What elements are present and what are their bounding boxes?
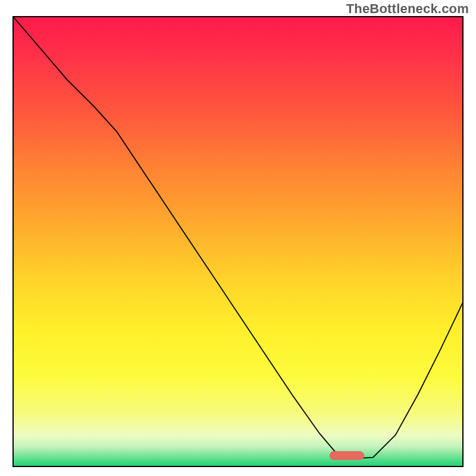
plot-background: [13, 17, 463, 466]
bottleneck-chart: [0, 0, 476, 476]
optimum-marker: [330, 451, 364, 460]
